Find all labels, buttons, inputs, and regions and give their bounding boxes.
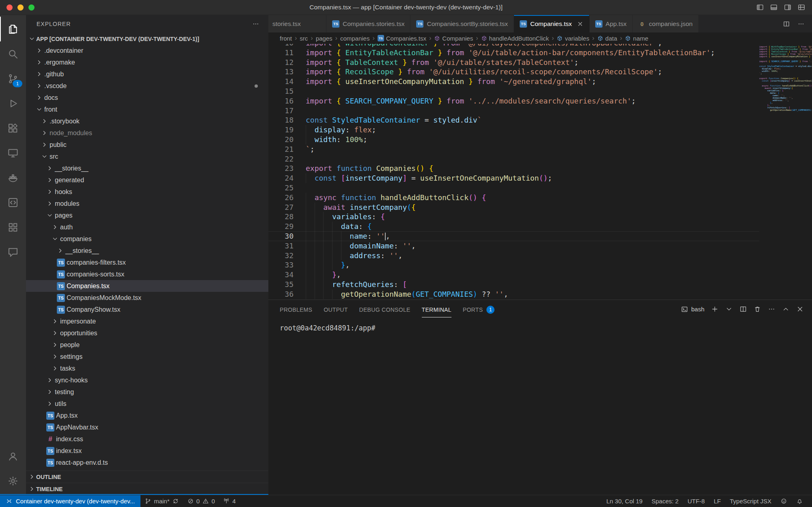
activity-chat-button[interactable] — [0, 239, 26, 264]
line-number[interactable]: 10 — [268, 44, 306, 48]
tree-item-__stories__[interactable]: __stories__ — [26, 245, 268, 257]
tree-item-.storybook[interactable]: .storybook — [26, 115, 268, 127]
tree-item-impersonate[interactable]: impersonate — [26, 315, 268, 327]
sash-highlight[interactable] — [0, 494, 268, 495]
line-number[interactable]: 32 — [268, 251, 306, 261]
code-line-34[interactable]: 34}, — [268, 270, 759, 280]
activity-run-and-debug-button[interactable] — [0, 91, 26, 116]
code-line-26[interactable]: 26async function handleAddButtonClick() … — [268, 193, 759, 203]
tree-item-react-app-env.d.ts[interactable]: TSreact-app-env.d.ts — [26, 457, 268, 468]
tree-item-src[interactable]: src — [26, 151, 268, 162]
panel-tab-PROBLEMS[interactable]: PROBLEMS — [280, 302, 312, 317]
line-number[interactable]: 20 — [268, 135, 306, 145]
tree-item-sync-hooks[interactable]: sync-hooks — [26, 374, 268, 386]
code-line-36[interactable]: 36getOperationName(GET_COMPANIES) ?? '', — [268, 289, 759, 299]
code-line-15[interactable]: 15 — [268, 86, 759, 96]
line-number[interactable]: 15 — [268, 86, 306, 96]
cursor-position[interactable]: Ln 30, Col 19 — [602, 498, 646, 505]
code-line-18[interactable]: 18const StyledTableContainer = styled.di… — [268, 115, 759, 125]
tree-item-companies-filters.tsx[interactable]: TScompanies-filters.tsx — [26, 257, 268, 268]
panel-tab-TERMINAL[interactable]: TERMINAL — [422, 302, 451, 317]
breadcrumb-name[interactable]: name — [625, 35, 648, 42]
tree-item-.github[interactable]: .github — [26, 68, 268, 80]
tree-item-index.tsx[interactable]: TSindex.tsx — [26, 445, 268, 457]
line-number[interactable]: 34 — [268, 270, 306, 280]
tree-item-tasks[interactable]: tasks — [26, 362, 268, 374]
code-line-27[interactable]: 27await insertCompany({ — [268, 203, 759, 212]
tree-item-AppNavbar.tsx[interactable]: TSAppNavbar.tsx — [26, 421, 268, 433]
line-number[interactable]: 23 — [268, 164, 306, 173]
ports-item[interactable]: 4 — [219, 495, 240, 507]
tree-item-companies-sorts.tsx[interactable]: TScompanies-sorts.tsx — [26, 268, 268, 280]
activity-source-control-button[interactable]: 1 — [0, 66, 26, 91]
minimap[interactable]: 10import { WithTopBarContainer } from '@… — [759, 44, 812, 300]
feedback-item[interactable] — [776, 498, 791, 505]
eol-item[interactable]: LF — [710, 498, 725, 505]
tree-item-.vscode[interactable]: .vscode — [26, 80, 268, 92]
tree-item-CompanyShow.tsx[interactable]: TSCompanyShow.tsx — [26, 304, 268, 315]
language-mode-item[interactable]: TypeScript JSX — [726, 498, 775, 505]
tree-item-modules[interactable]: modules — [26, 198, 268, 209]
panel-tab-PORTS[interactable]: PORTS1 — [463, 301, 495, 318]
code-line-22[interactable]: 22 — [268, 154, 759, 164]
code-line-10[interactable]: 10import { WithTopBarContainer } from '@… — [268, 44, 759, 48]
toggle-primary-sidebar-button[interactable] — [756, 3, 764, 11]
timeline-section-header[interactable]: TIMELINE — [26, 483, 268, 495]
code-line-23[interactable]: 23export function Companies() { — [268, 164, 759, 173]
maximize-panel-button[interactable] — [782, 305, 790, 313]
code-line-33[interactable]: 33}, — [268, 260, 759, 270]
panel-tab-DEBUG CONSOLE[interactable]: DEBUG CONSOLE — [359, 302, 410, 317]
breadcrumb-front[interactable]: front — [280, 35, 292, 42]
breadcrumb-src[interactable]: src — [300, 35, 308, 42]
tab-Companies.tsx[interactable]: TSCompanies.tsx — [514, 15, 590, 32]
code-line-20[interactable]: 20width: 100%; — [268, 135, 759, 145]
zoom-window-button[interactable] — [28, 4, 35, 11]
line-number[interactable]: 11 — [268, 48, 306, 58]
tree-item-Companies.tsx[interactable]: TSCompanies.tsx — [26, 280, 268, 292]
toggle-panel-button[interactable] — [770, 3, 778, 11]
more-actions-button[interactable] — [768, 305, 775, 313]
activity-remote-explorer-button[interactable] — [0, 140, 26, 165]
launch-profile-button[interactable] — [725, 305, 733, 313]
new-terminal-button[interactable] — [711, 305, 719, 313]
notifications-item[interactable] — [792, 498, 807, 505]
tree-item-settings[interactable]: settings — [26, 351, 268, 362]
terminal[interactable]: root@0a42ecd84891:/app# — [268, 318, 812, 495]
tree-item-CompaniesMockMode.tsx[interactable]: TSCompaniesMockMode.tsx — [26, 292, 268, 304]
tab-Companies.stories.tsx[interactable]: TSCompanies.stories.tsx — [326, 15, 410, 32]
code-line-32[interactable]: 32address: '', — [268, 251, 759, 261]
line-number[interactable]: 28 — [268, 212, 306, 222]
tree-item-index.css[interactable]: #index.css — [26, 433, 268, 445]
code-line-19[interactable]: 19display: flex; — [268, 125, 759, 135]
activity-live-share-button[interactable] — [0, 190, 26, 215]
indentation-item[interactable]: Spaces: 2 — [648, 498, 683, 505]
line-number[interactable]: 13 — [268, 67, 306, 77]
tree-item-node_modules[interactable]: node_modules — [26, 127, 268, 139]
code-line-25[interactable]: 25 — [268, 183, 759, 193]
close-window-button[interactable] — [6, 4, 13, 11]
kill-terminal-button[interactable] — [754, 305, 761, 313]
encoding-item[interactable]: UTF-8 — [683, 498, 709, 505]
line-number[interactable]: 18 — [268, 115, 306, 125]
tree-item-opportunities[interactable]: opportunities — [26, 327, 268, 339]
line-number[interactable]: 26 — [268, 193, 306, 203]
code-line-12[interactable]: 12import { TableContext } from '@/ui/tab… — [268, 58, 759, 67]
close-tab-icon[interactable] — [577, 21, 583, 27]
tree-item-pages[interactable]: pages — [26, 209, 268, 221]
line-number[interactable]: 16 — [268, 96, 306, 106]
outline-section-header[interactable]: OUTLINE — [26, 470, 268, 483]
branch-item[interactable]: main* — [140, 495, 183, 507]
line-number[interactable]: 27 — [268, 203, 306, 212]
tree-item-hooks[interactable]: hooks — [26, 186, 268, 198]
line-number[interactable]: 33 — [268, 260, 306, 270]
breadcrumb-handleAddButtonClick[interactable]: handleAddButtonClick — [481, 35, 549, 42]
explorer-more-actions-button[interactable] — [252, 20, 259, 28]
code-line-14[interactable]: 14import { useInsertOneCompanyMutation }… — [268, 77, 759, 86]
line-number[interactable]: 25 — [268, 183, 306, 193]
line-number[interactable]: 14 — [268, 77, 306, 86]
more-actions-button[interactable] — [797, 20, 805, 28]
tree-item-companies[interactable]: companies — [26, 233, 268, 245]
tree-item-front[interactable]: front — [26, 104, 268, 115]
code-line-13[interactable]: 13import { RecoilScope } from '@/ui/util… — [268, 67, 759, 77]
tab-companies.json[interactable]: {}companies.json — [633, 15, 699, 32]
